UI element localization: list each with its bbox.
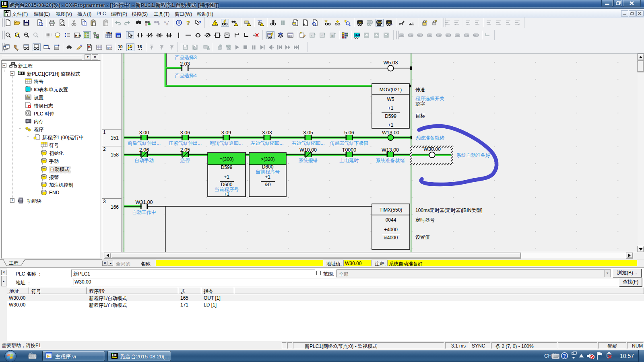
svg-text:+1: +1 (224, 174, 229, 180)
svg-text:2.03: 2.03 (180, 61, 190, 67)
svg-text:D599: D599 (221, 165, 233, 170)
svg-text:目标: 目标 (415, 113, 425, 119)
svg-text:H-H: H-H (75, 34, 81, 37)
svg-text:W13.00: W13.00 (382, 130, 399, 136)
svg-text:0044: 0044 (386, 217, 396, 223)
svg-text:3.05: 3.05 (303, 130, 313, 136)
svg-text:CI: CI (117, 34, 120, 38)
svg-text:+1: +1 (388, 105, 394, 111)
svg-text:压紧气缸伸出...: 压紧气缸伸出... (169, 140, 202, 146)
svg-text:系统报错: 系统报错 (299, 158, 318, 163)
svg-text:2.06: 2.06 (139, 147, 149, 153)
svg-text:W10.00: W10.00 (299, 147, 317, 153)
svg-text:10: 10 (118, 44, 123, 49)
svg-text:3.00: 3.00 (139, 130, 149, 136)
svg-text:002: 002 (107, 47, 112, 49)
svg-text:▣: ▣ (331, 34, 334, 37)
svg-text:16: 16 (137, 44, 142, 49)
svg-text:&0: &0 (265, 182, 271, 187)
svg-text:SMA: SMA (106, 32, 112, 35)
svg-text:+4000: +4000 (384, 227, 398, 232)
svg-text:源字: 源字 (415, 101, 425, 107)
svg-text:急停: 急停 (180, 158, 190, 163)
svg-text:?: ? (563, 353, 566, 359)
svg-text:工程: 工程 (9, 260, 19, 266)
svg-text:程序选择开关: 程序选择开关 (415, 96, 444, 101)
svg-text:W30.00: W30.00 (423, 146, 441, 152)
svg-text:D599: D599 (385, 113, 396, 119)
svg-text:右边气缸缩回...: 右边气缸缩回... (291, 140, 324, 146)
svg-text:上电延时: 上电延时 (340, 158, 359, 163)
svg-text:+1: +1 (224, 191, 229, 197)
svg-text:2: 2 (103, 146, 106, 152)
svg-text:前后气缸伸出...: 前后气缸伸出... (128, 140, 161, 146)
svg-text:3.09: 3.09 (221, 130, 231, 136)
svg-text:系统准备就绪: 系统准备就绪 (376, 158, 405, 163)
svg-text:W31.00: W31.00 (135, 200, 153, 205)
svg-text:158: 158 (111, 152, 119, 158)
svg-text:+1: +1 (388, 122, 394, 128)
svg-text:自动工作中: 自动工作中 (132, 210, 156, 215)
svg-text:3.03: 3.03 (262, 130, 272, 136)
svg-text:MOV(021): MOV(021) (380, 87, 402, 93)
svg-text:151: 151 (111, 135, 119, 141)
svg-text:&4000: &4000 (384, 235, 398, 241)
svg-text:>(320): >(320) (260, 156, 275, 162)
svg-text:✓: ✓ (321, 34, 324, 37)
svg-text:3: 3 (103, 199, 106, 204)
svg-text:产品选择3: 产品选择3 (175, 55, 197, 60)
svg-text:定时器号: 定时器号 (415, 217, 435, 223)
svg-text:产品选择4: 产品选择4 (175, 73, 197, 78)
svg-text:+1: +1 (265, 174, 270, 180)
svg-text:系统自动准备好: 系统自动准备好 (456, 152, 490, 158)
svg-text:H-H: H-H (355, 33, 360, 37)
svg-text:TIMX(550): TIMX(550) (380, 207, 402, 213)
svg-text:传感器气缸下极限: 传感器气缸下极限 (330, 140, 369, 146)
svg-text:3.06: 3.06 (180, 130, 190, 136)
svg-text:1: 1 (103, 130, 106, 135)
svg-text:翻转气缸返回...: 翻转气缸返回... (210, 140, 243, 146)
svg-text:100ms定时器(定时器)[BIN类型]: 100ms定时器(定时器)[BIN类型] (415, 208, 483, 213)
svg-text:当前程序号: 当前程序号 (256, 169, 280, 175)
svg-text:x: x (311, 34, 312, 37)
svg-text:5.06: 5.06 (344, 130, 354, 136)
svg-text:设置值: 设置值 (415, 234, 430, 240)
svg-text:2.05: 2.05 (180, 147, 190, 153)
svg-text:系统准备就绪: 系统准备就绪 (415, 135, 444, 141)
svg-text:?: ? (198, 20, 201, 25)
svg-text:B: B (166, 23, 168, 26)
svg-text:左边气缸缩回...: 左边气缸缩回... (250, 140, 283, 146)
svg-text:W5.03: W5.03 (383, 60, 398, 66)
svg-text:?: ? (186, 19, 190, 26)
svg-text:W5: W5 (387, 97, 394, 102)
svg-text:T0000: T0000 (342, 147, 356, 153)
svg-text:传送: 传送 (415, 87, 425, 93)
svg-text:自动手动: 自动手动 (134, 158, 154, 163)
svg-text:166: 166 (111, 204, 119, 210)
svg-text:=(300): =(300) (219, 156, 233, 162)
svg-text:W13.00: W13.00 (382, 147, 399, 153)
